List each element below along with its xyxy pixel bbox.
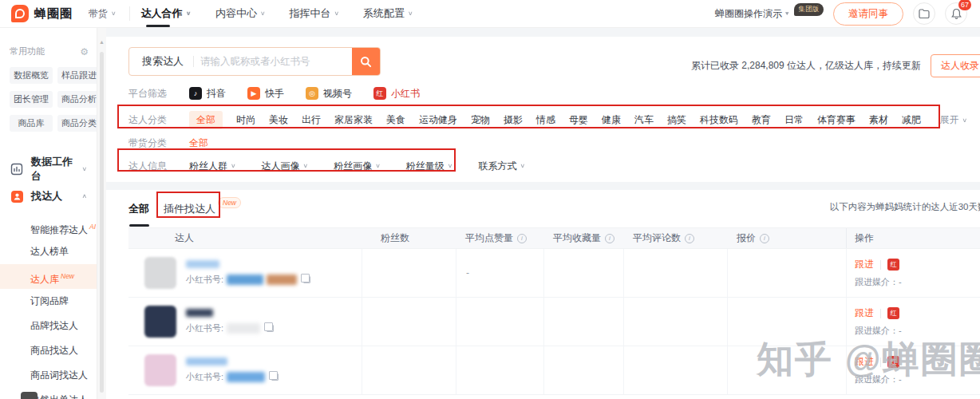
xiaohongshu-icon[interactable]: 红	[887, 356, 899, 368]
chevron-down-icon: ∨	[303, 163, 309, 169]
tab-plugin-find-expert[interactable]: 插件找达人 New	[164, 198, 241, 220]
category-chip-11[interactable]: 母婴	[569, 113, 588, 127]
platform-item-2[interactable]: ▶快手	[247, 87, 284, 101]
cell-value: -	[466, 267, 469, 279]
platform-filter-row: 平台筛选 ♪抖音▶快手◎视频号红小红书	[128, 85, 980, 101]
platform-item-4[interactable]: 红小红书	[373, 87, 420, 101]
category-chip-12[interactable]: 健康	[602, 113, 621, 127]
category-chip-7[interactable]: 运动健身	[419, 113, 457, 127]
category-chip-16[interactable]: 教育	[752, 113, 771, 127]
sidebar-item-2[interactable]: 达人榜单	[0, 239, 97, 264]
topnav-menus: 达人合作∨内容中心∨指挥中台∨系统配置∨	[141, 0, 437, 28]
dropdown-label: 粉丝量级	[406, 160, 445, 173]
avatar	[144, 354, 176, 386]
category-chip-4[interactable]: 出行	[302, 113, 321, 127]
quick-link-5[interactable]: 商品库	[10, 115, 53, 132]
xiaohongshu-icon[interactable]: 红	[887, 307, 899, 319]
search-input[interactable]	[194, 56, 352, 67]
sidebar-item-badge: AI	[89, 223, 96, 231]
category-filter-label: 达人分类	[128, 113, 189, 127]
redacted-name	[186, 309, 213, 317]
follow-link[interactable]: 跟进	[855, 258, 874, 271]
copy-icon[interactable]	[303, 276, 310, 283]
platform-item-1[interactable]: ♪抖音	[189, 87, 226, 101]
category-chip-13[interactable]: 汽车	[634, 113, 654, 127]
topnav-menu-4[interactable]: 系统配置∨	[363, 0, 413, 28]
mode-label: 带货	[89, 7, 108, 21]
sidebar-group-data-workbench[interactable]: 数据工作台 ∨	[0, 157, 97, 181]
mode-dropdown[interactable]: 带货 ∨	[89, 7, 117, 21]
sidebar-item-5[interactable]: 品牌找达人	[0, 314, 97, 338]
filter-dropdown-3[interactable]: 粉丝画像∨	[334, 160, 381, 173]
category-chip-17[interactable]: 日常	[784, 113, 804, 127]
quick-link-4[interactable]: 商品分析	[57, 91, 101, 108]
category-chip-3[interactable]: 美妆	[269, 113, 288, 127]
sidebar-group-label: 找达人	[31, 189, 81, 203]
follow-link[interactable]: 跟进	[855, 355, 874, 369]
sidebar-item-label: 智能推荐达人	[30, 224, 88, 235]
filter-dropdown-1[interactable]: 粉丝人群∨	[189, 160, 236, 173]
scrollbar-thumb[interactable]	[100, 52, 104, 393]
topnav-menu-label: 指挥中台	[290, 6, 331, 21]
expand-toggle[interactable]: 展开 ∨	[939, 113, 967, 127]
invite-button[interactable]: 邀请同事	[833, 2, 903, 26]
category-chip-14[interactable]: 搞笑	[667, 113, 686, 127]
settings-gear-icon[interactable]: ⚙	[80, 46, 89, 57]
chevron-down-icon: ∨	[962, 117, 967, 124]
copy-icon[interactable]	[267, 325, 274, 332]
topnav-menu-2[interactable]: 内容中心∨	[215, 0, 266, 28]
info-icon[interactable]: i	[760, 234, 769, 243]
follow-link[interactable]: 跟进	[855, 306, 874, 320]
category-chip-19[interactable]: 素材	[869, 113, 888, 127]
data-cell	[456, 298, 543, 346]
category-chip-5[interactable]: 家居家装	[334, 113, 373, 127]
sidebar-item-3[interactable]: 达人库New	[0, 264, 97, 289]
account-dropdown[interactable]: 蝉圈圈操作演示 ▾	[715, 7, 789, 21]
collect-expert-button[interactable]: 达人收录	[931, 54, 980, 77]
sidebar-group-find-expert[interactable]: 找达人 ∧	[0, 184, 97, 208]
platform-list: ♪抖音▶快手◎视频号红小红书	[189, 87, 441, 101]
avatar	[144, 257, 176, 289]
filter-dropdown-5[interactable]: 联系方式∨	[478, 160, 525, 173]
xiaohongshu-icon[interactable]: 红	[887, 259, 899, 271]
quick-link-6[interactable]: 商品分类	[57, 115, 101, 132]
search-button[interactable]	[352, 47, 380, 76]
sale-category-all-chip[interactable]: 全部	[189, 136, 208, 150]
info-icon[interactable]: i	[605, 234, 614, 243]
category-chip-6[interactable]: 美食	[386, 113, 405, 127]
quick-link-1[interactable]: 数据概览	[10, 67, 53, 84]
category-chip-20[interactable]: 减肥	[902, 113, 921, 127]
expert-cell: 小红书号:	[128, 249, 362, 297]
tab-all[interactable]: 全部	[128, 198, 149, 220]
chevron-down-icon: ∨	[375, 163, 381, 169]
platform-item-3[interactable]: ◎视频号	[306, 87, 352, 101]
topnav-menu-1[interactable]: 达人合作∨	[141, 0, 192, 28]
notifications-button[interactable]: 67	[945, 2, 967, 25]
sidebar-item-4[interactable]: 订阅品牌	[0, 289, 97, 314]
copy-icon[interactable]	[271, 373, 279, 381]
category-chip-8[interactable]: 宠物	[471, 113, 490, 127]
scroll-up-arrow-icon[interactable]: ▲	[97, 39, 106, 45]
topnav-menu-3[interactable]: 指挥中台∨	[290, 0, 340, 28]
sidebar-scrollbar[interactable]: ▲	[97, 28, 106, 399]
filter-dropdown-2[interactable]: 达人画像∨	[262, 160, 309, 173]
sidebar-item-6[interactable]: 商品找达人	[0, 338, 97, 363]
sidebar-item-7[interactable]: 商品词找达人	[0, 363, 97, 388]
quick-link-3[interactable]: 团长管理	[10, 91, 53, 108]
category-chip-1[interactable]: 全部	[189, 111, 223, 129]
data-cell	[362, 249, 456, 297]
info-icon[interactable]: i	[517, 234, 527, 243]
quick-link-2[interactable]: 样品跟进	[57, 67, 101, 84]
files-button[interactable]	[913, 2, 935, 25]
filter-dropdown-4[interactable]: 粉丝量级∨	[406, 160, 453, 173]
sidebar-item-8[interactable]: 自然出单达人	[0, 388, 97, 399]
filter-panel: 搜索达人 累计已收录 2,284,809 位达人，亿级达人库，持续更新 达人收录…	[106, 37, 980, 182]
category-chip-15[interactable]: 科技数码	[700, 113, 738, 127]
info-icon[interactable]: i	[685, 234, 694, 243]
category-chip-18[interactable]: 体育赛事	[817, 113, 856, 127]
category-chip-10[interactable]: 情感	[536, 113, 555, 127]
category-chip-9[interactable]: 摄影	[504, 113, 523, 127]
category-chip-2[interactable]: 时尚	[236, 113, 255, 127]
sidebar-item-1[interactable]: 智能推荐达人AI	[0, 215, 97, 239]
collection-stats: 累计已收录 2,284,809 位达人，亿级达人库，持续更新	[691, 59, 921, 73]
